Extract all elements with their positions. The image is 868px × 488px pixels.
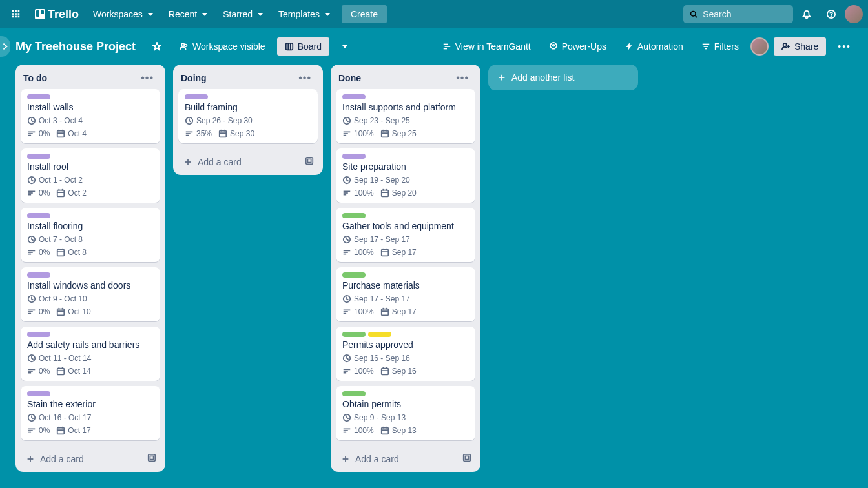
card-label[interactable]	[27, 272, 50, 278]
card-label[interactable]	[342, 94, 366, 99]
calendar-icon	[56, 426, 65, 435]
card[interactable]: Permits approvedSep 16 - Sep 16100%Sep 1…	[336, 327, 475, 381]
clock-icon	[27, 354, 36, 363]
card-badges: Sep 17 - Sep 17	[342, 235, 469, 244]
list-title[interactable]: Done	[338, 73, 361, 83]
starred-menu[interactable]: Starred	[216, 5, 269, 23]
progress-icon	[27, 248, 36, 257]
date-badge: Oct 9 - Oct 10	[27, 294, 87, 303]
card-template-button[interactable]	[460, 451, 474, 467]
svg-rect-16	[285, 43, 293, 50]
card-badges: 0%Oct 14	[27, 367, 154, 376]
card-template-button[interactable]	[145, 451, 159, 467]
card-badges: Oct 1 - Oct 2	[27, 176, 154, 185]
add-list-button[interactable]: Add another list	[488, 65, 638, 90]
list-menu-button[interactable]: •••	[452, 71, 473, 85]
templates-menu[interactable]: Templates	[272, 5, 336, 23]
share-button[interactable]: Share	[774, 37, 826, 56]
card[interactable]: Add safety rails and barriersOct 11 - Oc…	[21, 327, 160, 381]
automation-button[interactable]: Automation	[618, 37, 690, 56]
due-badge: Sep 17	[380, 248, 417, 257]
svg-rect-81	[150, 456, 153, 459]
due-badge: Oct 10	[56, 307, 90, 316]
board-title[interactable]: My Treehouse Project	[10, 40, 141, 54]
card[interactable]: Install wallsOct 3 - Oct 40%Oct 4	[21, 89, 160, 143]
help-button[interactable]	[820, 6, 842, 23]
card-badges: Sep 19 - Sep 20	[342, 176, 469, 185]
card-badges: Oct 9 - Oct 10	[27, 294, 154, 303]
card[interactable]: Install windows and doorsOct 9 - Oct 100…	[21, 267, 160, 321]
trello-logo[interactable]: Trello	[30, 8, 84, 21]
card[interactable]: Obtain permitsSep 9 - Sep 13100%Sep 13	[336, 386, 475, 440]
notifications-button[interactable]	[796, 6, 818, 23]
help-icon	[827, 10, 836, 19]
due-badge: Oct 4	[56, 129, 87, 138]
card-label[interactable]	[27, 213, 50, 218]
board-menu-button[interactable]: •••	[831, 37, 858, 56]
progress-badge: 0%	[27, 188, 50, 198]
search-input[interactable]	[703, 9, 787, 19]
card[interactable]: Build framingSep 26 - Sep 3035%Sep 30	[178, 89, 318, 143]
board-member-avatar[interactable]	[750, 37, 769, 56]
progress-icon	[27, 188, 36, 198]
card-label[interactable]	[368, 332, 391, 337]
card-title: Obtain permits	[342, 399, 469, 409]
add-card-button[interactable]: Add a card	[180, 154, 302, 170]
apps-menu-button[interactable]	[5, 6, 27, 23]
list-title[interactable]: Doing	[181, 73, 207, 83]
view-in-teamgantt-button[interactable]: View in TeamGantt	[436, 37, 537, 56]
card-label[interactable]	[27, 94, 50, 99]
plus-icon	[341, 454, 350, 463]
card-badges: 100%Sep 16	[342, 367, 469, 376]
card-label[interactable]	[342, 332, 366, 337]
card[interactable]: Site preparationSep 19 - Sep 20100%Sep 2…	[336, 148, 475, 203]
calendar-icon	[56, 188, 65, 198]
add-card-button[interactable]: Add a card	[22, 451, 145, 467]
svg-point-15	[185, 45, 187, 47]
filters-button[interactable]: Filters	[695, 37, 745, 56]
card-label[interactable]	[27, 154, 50, 159]
powerups-button[interactable]: Power-Ups	[542, 37, 613, 56]
card[interactable]: Install roofOct 1 - Oct 20%Oct 2	[21, 148, 160, 203]
card[interactable]: Gather tools and equipmentSep 17 - Sep 1…	[336, 208, 475, 262]
star-button[interactable]	[146, 38, 168, 55]
progress-badge: 100%	[342, 307, 374, 316]
card-label[interactable]	[342, 272, 366, 278]
card[interactable]: Install flooringOct 7 - Oct 80%Oct 8	[21, 208, 160, 262]
card-label[interactable]	[27, 391, 50, 396]
search-box[interactable]	[683, 5, 793, 23]
card-label[interactable]	[185, 94, 208, 99]
workspaces-menu[interactable]: Workspaces	[87, 5, 160, 23]
trello-logo-text: Trello	[48, 8, 79, 21]
board-view-button[interactable]: Board	[277, 37, 329, 56]
clock-icon	[342, 176, 351, 185]
recent-menu[interactable]: Recent	[162, 5, 214, 23]
card-badges: 100%Sep 20	[342, 188, 469, 198]
card[interactable]: Purchase materialsSep 17 - Sep 17100%Sep…	[336, 267, 475, 321]
svg-rect-1	[15, 10, 17, 12]
progress-badge: 100%	[342, 426, 374, 435]
progress-icon	[342, 367, 351, 376]
view-switcher-button[interactable]	[335, 41, 354, 52]
svg-rect-5	[18, 13, 20, 15]
card[interactable]: Install supports and platformSep 23 - Se…	[336, 89, 475, 143]
rocket-icon	[549, 42, 558, 51]
card-label[interactable]	[27, 332, 50, 337]
card-label[interactable]	[342, 154, 366, 159]
list-cards: Install supports and platformSep 23 - Se…	[331, 89, 480, 445]
card[interactable]: Stain the exteriorOct 16 - Oct 170%Oct 1…	[21, 386, 160, 440]
card-label[interactable]	[342, 213, 366, 218]
list-menu-button[interactable]: •••	[137, 71, 158, 85]
due-badge: Sep 25	[380, 129, 417, 138]
visibility-button[interactable]: Workspace visible	[173, 37, 272, 56]
card-template-button[interactable]	[302, 154, 316, 170]
card-label[interactable]	[342, 391, 366, 396]
add-card-button[interactable]: Add a card	[337, 451, 460, 467]
create-button[interactable]: Create	[342, 5, 387, 23]
calendar-icon	[56, 129, 65, 138]
clock-icon	[342, 294, 351, 303]
card-badges: Sep 16 - Sep 16	[342, 354, 469, 363]
list-menu-button[interactable]: •••	[294, 71, 315, 85]
user-avatar[interactable]	[845, 5, 863, 23]
list-title[interactable]: To do	[23, 73, 47, 83]
